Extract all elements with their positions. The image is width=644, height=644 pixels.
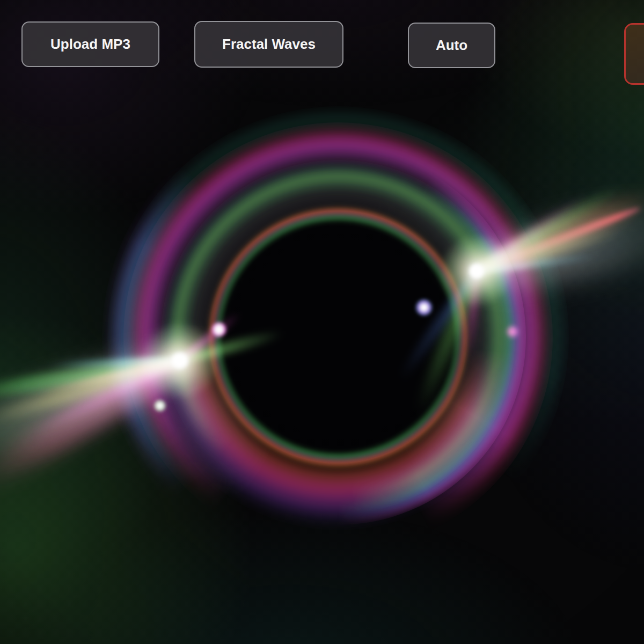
jet-upper-right-cyan-streak [476,252,605,275]
jet-upper-right-green-streak [473,177,634,277]
jet-upper-right-core-glow [439,233,514,309]
visualizer-canvas[interactable] [0,0,644,644]
auto-button[interactable]: Auto [408,23,495,68]
red-outline-button-partial[interactable] [624,23,644,85]
jet-lower-left-pink-fan [0,346,188,506]
visualizer-app: Upload MP3 Fractal Waves Auto [0,0,644,644]
jet-upper-right-magenta-streak [474,189,595,275]
jet-upper-right-core-dot [467,261,486,281]
ambient-glow [0,0,644,644]
arc-bottom-pink-purple [145,144,531,530]
sparkle-magenta-left [211,322,226,337]
jet-upper-right-yellow-streak [474,220,633,278]
jet-upper-right-tail-blue [392,268,480,388]
jet-upper-right-orange-band [472,179,644,283]
jet-lower-left-core-dot [169,350,191,371]
jet-lower-left-inner-magenta [177,308,246,364]
sparkle-green-left [154,400,166,412]
jet-lower-left-yellow-streak [0,353,182,431]
jet-lower-left-magenta-streak [18,355,182,443]
jet-lower-left-red-streak [22,357,180,400]
upload-mp3-button[interactable]: Upload MP3 [21,21,159,67]
jet-lower-left-core-glow [140,320,220,401]
ring-outer-magenta [123,122,553,552]
arc-left-blue-violet [102,101,574,573]
black-hole-core [209,211,467,463]
jet-lower-left-cyan-streak [40,356,180,370]
sparkle-violet-center [416,299,432,316]
ring-outer-teal [107,106,569,568]
jet-lower-left-white-band [0,336,188,484]
jet-lower-left-inner-green [178,326,290,366]
ring-inner-green [209,208,467,466]
arc-right-rainbow [150,149,526,525]
fractal-waves-mode-button[interactable]: Fractal Waves [194,21,343,68]
vignette [0,0,644,644]
ring-mid-green [161,160,515,514]
sparkle-pink-right [506,325,519,339]
jet-upper-right-tail-green [410,268,483,423]
jet-upper-right-red-streak [475,203,643,275]
ring-inner-red [203,202,473,472]
jet-upper-right-white-band [470,192,644,300]
jet-lower-left-green-streak [0,353,181,406]
jet-upper-right-tail-magenta [464,270,481,368]
ring-gray-haze [113,112,564,562]
